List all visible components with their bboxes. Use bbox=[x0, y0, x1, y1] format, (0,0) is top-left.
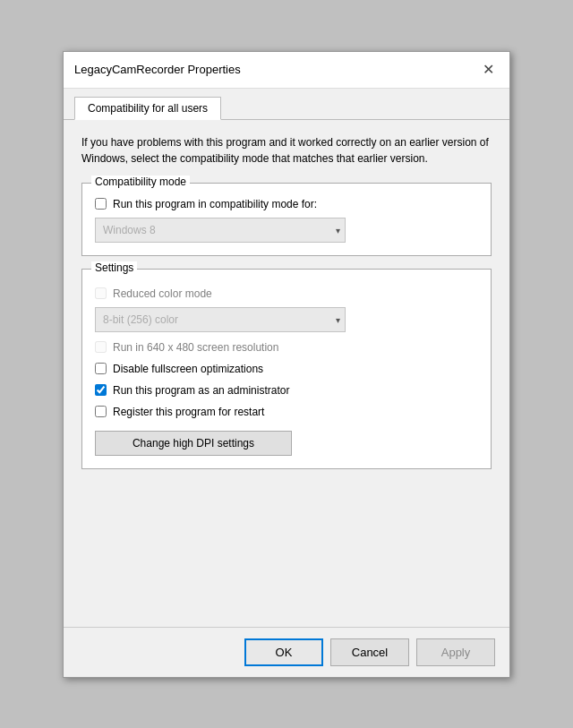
disable-fullscreen-checkbox[interactable] bbox=[95, 363, 107, 374]
dialog-title: LegacyCamRecorder Properties bbox=[74, 63, 241, 76]
dialog: LegacyCamRecorder Properties ✕ Compatibi… bbox=[63, 51, 510, 678]
compatibility-mode-label: Compatibility mode bbox=[91, 176, 190, 188]
run-resolution-label: Run in 640 x 480 screen resolution bbox=[113, 341, 278, 354]
register-restart-label: Register this program for restart bbox=[113, 406, 264, 418]
dialog-footer: OK Cancel Apply bbox=[64, 627, 509, 677]
settings-label: Settings bbox=[91, 261, 137, 274]
reduced-color-checkbox[interactable] bbox=[95, 287, 107, 299]
reduced-color-row: Reduced color mode bbox=[95, 287, 478, 300]
disable-fullscreen-row: Disable fullscreen optimizations bbox=[95, 363, 478, 375]
title-bar: LegacyCamRecorder Properties ✕ bbox=[64, 52, 509, 89]
run-admin-label: Run this program as an administrator bbox=[113, 384, 289, 397]
settings-group: Settings Reduced color mode 8-bit (256) … bbox=[81, 269, 492, 469]
tab-compatibility[interactable]: Compatibility for all users bbox=[74, 97, 221, 120]
compatibility-mode-checkbox[interactable] bbox=[95, 198, 107, 210]
tab-bar: Compatibility for all users bbox=[64, 89, 509, 120]
run-admin-row: Run this program as an administrator bbox=[95, 384, 478, 397]
register-restart-checkbox[interactable] bbox=[95, 406, 107, 417]
color-dropdown-container: 8-bit (256) color 16-bit color ▾ bbox=[95, 307, 346, 332]
compatibility-mode-row: Run this program in compatibility mode f… bbox=[95, 198, 478, 210]
ok-button[interactable]: OK bbox=[244, 638, 323, 666]
windows-version-dropdown[interactable]: Windows 8 Windows 7 Windows Vista Window… bbox=[95, 218, 346, 243]
register-restart-row: Register this program for restart bbox=[95, 406, 478, 418]
compatibility-mode-group: Compatibility mode Run this program in c… bbox=[81, 183, 492, 256]
reduced-color-label: Reduced color mode bbox=[113, 287, 212, 300]
run-admin-checkbox[interactable] bbox=[95, 384, 107, 396]
dialog-content: If you have problems with this program a… bbox=[64, 120, 509, 627]
change-dpi-button[interactable]: Change high DPI settings bbox=[95, 431, 292, 456]
color-mode-dropdown[interactable]: 8-bit (256) color 16-bit color bbox=[95, 307, 346, 332]
disable-fullscreen-label: Disable fullscreen optimizations bbox=[113, 363, 263, 375]
windows-version-dropdown-container: Windows 8 Windows 7 Windows Vista Window… bbox=[95, 218, 346, 243]
run-resolution-checkbox[interactable] bbox=[95, 341, 107, 353]
description-text: If you have problems with this program a… bbox=[81, 134, 492, 170]
resolution-row: Run in 640 x 480 screen resolution bbox=[95, 341, 478, 354]
close-button[interactable]: ✕ bbox=[477, 59, 499, 81]
cancel-button[interactable]: Cancel bbox=[330, 638, 409, 666]
compatibility-mode-checkbox-label[interactable]: Run this program in compatibility mode f… bbox=[113, 198, 317, 210]
apply-button[interactable]: Apply bbox=[416, 638, 495, 666]
